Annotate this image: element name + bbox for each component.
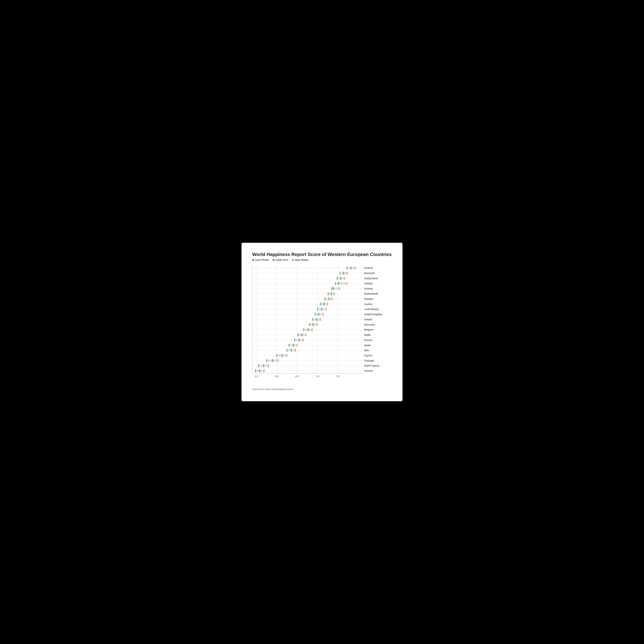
chart-title: World Happiness Report Score of Western … xyxy=(252,252,392,257)
country-label: Spain xyxy=(364,344,371,347)
legend-color xyxy=(273,259,274,261)
legend-label: Upper Whisker xyxy=(294,259,309,261)
main-chart: 5.56.06.57.07.5FinlandDenmarkSwitzerland… xyxy=(252,265,392,384)
country-label: Malta xyxy=(364,333,370,336)
country-label: Luxembourg xyxy=(364,308,379,311)
country-label: France xyxy=(364,339,372,341)
svg-rect-55 xyxy=(325,298,332,300)
svg-text:5.5: 5.5 xyxy=(255,375,258,378)
legend: Lower WhiskerLadder ScoreUpper Whisker xyxy=(252,259,392,261)
legend-item: Ladder Score xyxy=(273,259,288,261)
country-label: Iceland xyxy=(364,282,372,285)
chart-container: World Happiness Report Score of Western … xyxy=(241,243,403,401)
country-label: Sweden xyxy=(364,297,374,300)
svg-text:6.0: 6.0 xyxy=(275,375,279,378)
legend-label: Ladder Score xyxy=(275,259,288,261)
legend-item: Lower Whisker xyxy=(252,259,269,261)
country-label: Finland xyxy=(364,267,373,269)
country-label: Ireland xyxy=(364,318,372,321)
legend-color xyxy=(292,259,294,261)
svg-rect-43 xyxy=(335,282,347,284)
country-label: Switzerland xyxy=(364,277,377,280)
country-label: Austria xyxy=(364,303,372,306)
country-label: Denmark xyxy=(364,272,375,275)
svg-rect-91 xyxy=(289,344,297,346)
country-label: United Kingdom xyxy=(364,313,382,316)
data-source: Data Source: https://worldhappiness.repo… xyxy=(252,388,392,391)
svg-rect-47 xyxy=(332,287,340,290)
svg-text:6.5: 6.5 xyxy=(296,375,299,378)
country-label: Netherlands xyxy=(364,292,378,295)
country-label: Italy xyxy=(364,349,369,352)
country-label: Belgium xyxy=(364,328,374,331)
country-label: North Cyprus xyxy=(364,364,379,367)
svg-text:7.0: 7.0 xyxy=(316,375,319,378)
country-label: Greece xyxy=(364,369,373,372)
chart-area: 5.56.06.57.07.5FinlandDenmarkSwitzerland… xyxy=(252,265,392,385)
country-label: Norway xyxy=(364,287,373,290)
svg-rect-67 xyxy=(315,313,323,315)
svg-text:7.5: 7.5 xyxy=(336,375,340,378)
country-label: Germany xyxy=(364,323,375,326)
legend-label: Lower Whisker xyxy=(255,259,269,261)
svg-rect-103 xyxy=(267,359,278,362)
legend-item: Upper Whisker xyxy=(292,259,309,261)
country-label: Portugal xyxy=(364,359,374,362)
country-label: Cyprus xyxy=(364,354,372,357)
legend-color xyxy=(252,259,254,261)
